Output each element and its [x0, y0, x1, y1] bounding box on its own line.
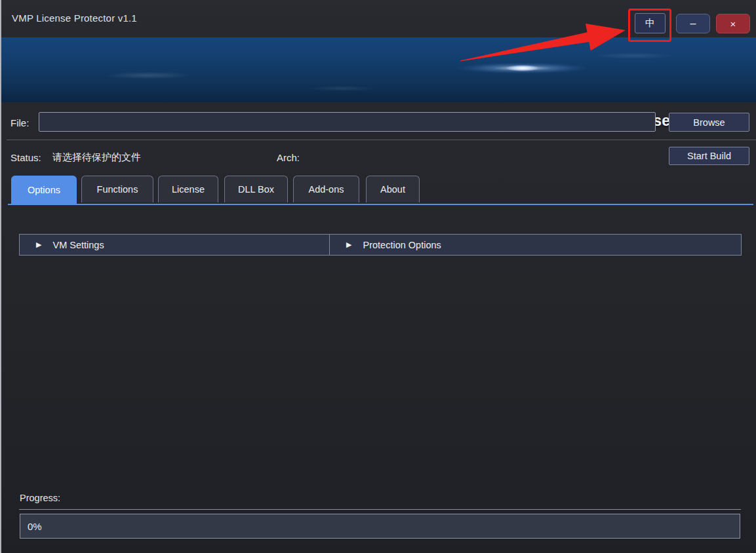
tab-dll-box[interactable]: DLL Box	[224, 176, 288, 202]
progress-percent: 0%	[28, 521, 42, 532]
progress-label: Progress:	[20, 493, 60, 503]
header-banner-image: Click to switch language. VMP License Pr…	[1, 37, 756, 102]
vm-settings-expander[interactable]: ▶ VM Settings	[19, 234, 330, 256]
vm-settings-label: VM Settings	[52, 240, 104, 250]
tab-about[interactable]: About	[366, 176, 420, 202]
tab-label: Functions	[97, 184, 138, 195]
tab-add-ons[interactable]: Add-ons	[293, 176, 359, 202]
tab-label: Add-ons	[308, 184, 344, 195]
browse-button[interactable]: Browse	[669, 113, 749, 132]
start-build-label: Start Build	[687, 151, 731, 161]
expand-arrow-icon: ▶	[346, 240, 351, 249]
divider	[19, 509, 741, 510]
language-switch-button[interactable]: 中	[635, 13, 666, 33]
window-title: VMP License Protector v1.1	[12, 12, 137, 24]
expand-arrow-icon: ▶	[36, 240, 41, 249]
protection-options-expander[interactable]: ▶ Protection Options	[329, 234, 742, 256]
close-button[interactable]: ×	[716, 14, 750, 33]
tab-label: About	[380, 184, 405, 195]
progress-bar: 0%	[20, 514, 740, 539]
active-tab-underline	[8, 204, 753, 205]
browse-button-label: Browse	[693, 117, 725, 128]
file-path-input[interactable]	[39, 112, 656, 132]
app-window: VMP License Protector v1.1 中 – × Click t…	[0, 0, 756, 553]
tab-license[interactable]: License	[158, 176, 218, 202]
minimize-button[interactable]: –	[676, 14, 710, 33]
tab-functions[interactable]: Functions	[81, 176, 153, 202]
close-icon: ×	[730, 18, 736, 29]
file-label: File:	[10, 117, 29, 128]
minimize-icon: –	[690, 18, 696, 29]
tab-label: License	[172, 184, 205, 195]
status-label: Status:	[10, 152, 41, 163]
start-build-button[interactable]: Start Build	[669, 147, 749, 165]
tab-options[interactable]: Options	[11, 176, 77, 204]
divider	[7, 140, 756, 140]
status-value: 请选择待保护的文件	[52, 151, 141, 164]
language-icon: 中	[645, 17, 655, 29]
protection-options-label: Protection Options	[363, 240, 441, 250]
tab-label: DLL Box	[238, 184, 274, 195]
arch-label: Arch:	[277, 152, 300, 163]
tab-label: Options	[28, 185, 60, 195]
